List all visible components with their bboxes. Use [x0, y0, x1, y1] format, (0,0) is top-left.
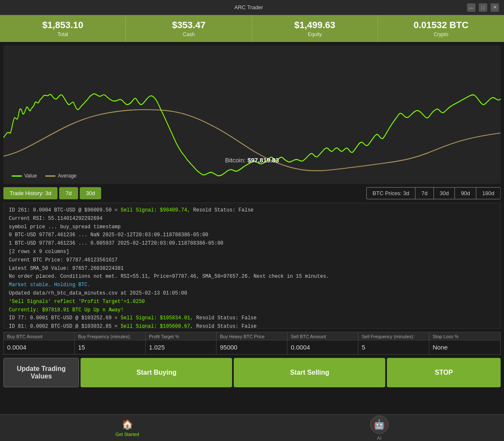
nav-ai[interactable]: 🤖 AI [362, 412, 397, 441]
trade-3d-button[interactable]: Trade History: 3d [3, 187, 57, 199]
cash-label: Cash [183, 31, 195, 37]
legend-average-bar [45, 175, 55, 177]
action-buttons: Update Trading Values Start Buying Start… [3, 358, 501, 387]
buy-freq-label: Buy Frequency (minutes): [75, 332, 145, 340]
log-line: 'Sell Signals' reflect 'Profit Target'=1… [9, 298, 495, 306]
stop-loss-group: Stop Loss % [429, 332, 500, 354]
sell-btc-input[interactable] [287, 340, 358, 354]
sell-btc-label: Sell BTC Amount [287, 332, 358, 340]
buy-btc-amount-input[interactable] [4, 340, 74, 354]
bottom-nav: 🏠 Get Started 🤖 AI [0, 414, 504, 441]
maximize-button[interactable]: □ [479, 3, 487, 12]
btc-90d-button[interactable]: 90d [454, 187, 476, 199]
title-bar: ARC Trader — □ ✕ [0, 0, 504, 15]
stat-equity: $1,499.63 Equity [252, 15, 378, 42]
buy-freq-input[interactable] [75, 340, 145, 354]
crypto-label: Crypto [433, 31, 448, 37]
start-buying-button[interactable]: Start Buying [81, 358, 232, 387]
total-value: $1,853.10 [42, 20, 84, 31]
nav-home[interactable]: 🏠 Get Started [107, 416, 147, 440]
buy-freq-group: Buy Frequency (minutes): [75, 332, 146, 354]
period-buttons: Trade History: 3d 7d 30d BTC Prices: 3d … [0, 187, 504, 203]
btc-3d-button[interactable]: BTC Prices: 3d [366, 187, 415, 199]
window-controls: — □ ✕ [467, 3, 499, 12]
profit-target-input[interactable] [146, 340, 216, 354]
log-line: No order placed. Conditions not met. RSI… [9, 273, 495, 281]
log-line: Current RSI: 55.114014292292694 [9, 215, 495, 223]
btc-7d-button[interactable]: 7d [415, 187, 433, 199]
trade-30d-button[interactable]: 30d [80, 187, 102, 199]
trade-7d-button[interactable]: 7d [59, 187, 78, 199]
sell-btc-group: Sell BTC Amount [287, 332, 358, 354]
log-line: ID 77: 0.0001 BTC-USD @ $103252.69 = Sel… [9, 314, 495, 323]
sell-freq-input[interactable] [358, 340, 429, 354]
log-line: ID 261: 0.0004 BTC-USD @ $96009.50 = Sel… [9, 206, 495, 215]
ai-icon: 🤖 [373, 419, 385, 430]
chart-price-label: Bitcoin: $97,819.83 [225, 157, 279, 164]
log-area[interactable]: ID 261: 0.0004 BTC-USD @ $96009.50 = Sel… [3, 203, 501, 329]
buy-heavy-group: Buy Heavy BTC Price [217, 332, 287, 354]
log-line: 1 BTC-USD 97787.461236 ... 0.005937 2025… [9, 240, 495, 248]
legend-average-label: Average [58, 173, 76, 179]
stats-header: $1,853.10 Total $353.47 Cash $1,499.63 E… [0, 15, 504, 42]
equity-label: Equity [308, 31, 321, 37]
home-label: Get Started [115, 432, 139, 437]
log-line: 0 BTC-USD 97787.461236 ... NaN 2025-02-1… [9, 231, 495, 240]
window-title: ARC Trader [30, 4, 467, 10]
log-line: [2 rows x 9 columns] [9, 248, 495, 256]
stat-total: $1,853.10 Total [0, 15, 126, 42]
sell-freq-group: Sell Frequency (minutes): [358, 332, 429, 354]
btc-180d-button[interactable]: 180d [476, 187, 501, 199]
log-line: ID 81: 0.0002 BTC-USD @ $103032.85 = Sel… [9, 323, 495, 329]
buy-heavy-input[interactable] [217, 340, 287, 354]
legend-value-item: Value [12, 173, 37, 179]
stat-cash: $353.47 Cash [126, 15, 252, 42]
ai-circle: 🤖 [370, 415, 389, 434]
log-line: Updated data/rh_btc_data_minutes.csv at … [9, 290, 495, 298]
legend-average-item: Average [45, 173, 76, 179]
close-button[interactable]: ✕ [491, 3, 499, 12]
buy-btc-amount-group: Buy BTC Amount [4, 332, 75, 354]
bitcoin-label: Bitcoin: [225, 157, 245, 164]
stop-loss-label: Stop Loss % [429, 332, 500, 340]
log-line: Current BTC Price: 97787.46123561617 [9, 256, 495, 265]
update-button[interactable]: Update Trading Values [3, 358, 79, 387]
log-line: Currently: $97818.91 BTC Up Up n Away! [9, 306, 495, 315]
cash-value: $353.47 [172, 20, 206, 31]
ai-label: AI [377, 436, 381, 441]
equity-value: $1,499.63 [294, 20, 335, 31]
legend-value-label: Value [24, 173, 37, 179]
legend-value-bar [12, 175, 22, 177]
chart-container: Bitcoin: $97,819.83 Value Average [3, 45, 501, 184]
btc-period-group: BTC Prices: 3d 7d 30d 90d 180d [366, 187, 501, 199]
btc-30d-button[interactable]: 30d [433, 187, 455, 199]
log-line: Market stable. Holding BTC. [9, 281, 495, 290]
chart-legend: Value Average [12, 173, 76, 179]
stop-button[interactable]: STOP [387, 358, 501, 387]
total-label: Total [57, 31, 68, 37]
trading-inputs: Buy BTC Amount Buy Frequency (minutes): … [3, 332, 501, 355]
crypto-value: 0.01532 BTC [413, 20, 468, 31]
log-line: symbol price ... buy_spread timestamp [9, 223, 495, 232]
stat-crypto: 0.01532 BTC Crypto [378, 15, 504, 42]
sell-freq-label: Sell Frequency (minutes): [358, 332, 429, 340]
buy-heavy-label: Buy Heavy BTC Price [217, 332, 287, 340]
buy-btc-amount-label: Buy BTC Amount [4, 332, 74, 340]
stop-loss-input[interactable] [429, 340, 500, 354]
log-line: Latest SMA_50 Value: 97657.26038224381 [9, 265, 495, 273]
profit-target-group: Profit Target % [146, 332, 217, 354]
start-selling-button[interactable]: Start Selling [234, 358, 385, 387]
minimize-button[interactable]: — [467, 3, 475, 12]
bitcoin-price: $97,819.83 [248, 157, 279, 164]
profit-target-label: Profit Target % [146, 332, 216, 340]
home-icon: 🏠 [122, 419, 133, 430]
